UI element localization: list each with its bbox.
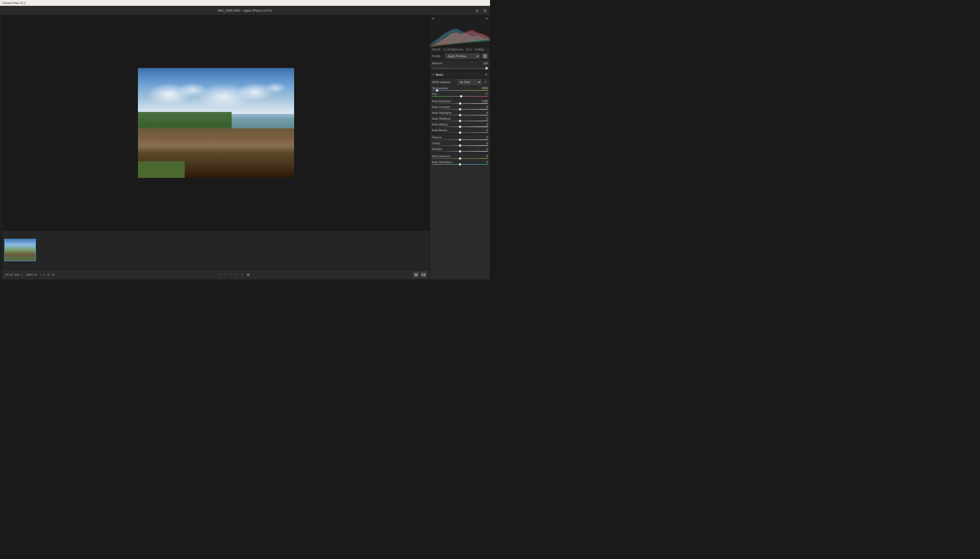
texture-slider[interactable] xyxy=(432,139,488,140)
star-1-button[interactable]: ☆ xyxy=(217,271,221,278)
camera-info: ISO 64 2.2-9.0@6.9 mm f/1.8 1/6400s xyxy=(430,47,490,52)
auto-whites-row: Auto Whites 0 xyxy=(430,122,490,128)
photo-grass xyxy=(138,161,185,178)
histogram-left-arrow[interactable]: ◀ xyxy=(431,17,435,20)
profile-select[interactable]: Apple ProRaw Adobe Color Adobe Landscape xyxy=(445,53,480,59)
temperature-slider[interactable] xyxy=(432,90,488,91)
amount-slider[interactable] xyxy=(432,68,488,69)
auto-blacks-row: Auto Blacks 0 xyxy=(430,128,490,134)
svg-rect-1 xyxy=(415,273,418,276)
photo-container xyxy=(138,68,294,178)
profile-row: Profile Apple ProRaw Adobe Color Adobe L… xyxy=(430,52,490,60)
title-bar: Camera Raw 15.2 xyxy=(0,0,490,6)
svg-point-8 xyxy=(484,82,485,83)
auto-vibrance-slider[interactable] xyxy=(432,158,488,159)
wb-eyedropper-button[interactable] xyxy=(483,80,488,84)
header: IMG_0386.DNG - Apple iPhone 14 Pro xyxy=(0,6,490,15)
star-4-button[interactable]: ☆ xyxy=(234,271,239,278)
svg-rect-6 xyxy=(483,56,485,58)
shutter-value: 1/6400s xyxy=(475,48,484,51)
basic-section-header[interactable]: ▼ Basic 👁 xyxy=(430,71,490,78)
star-2-button[interactable]: ☆ xyxy=(223,271,227,278)
dehaze-row: Dehaze 0 xyxy=(430,147,490,152)
wb-select[interactable]: As Shot Auto Daylight Cloudy Shade Tungs… xyxy=(458,79,481,85)
fstop-value: f/1.8 xyxy=(466,48,471,51)
profile-grid-button[interactable] xyxy=(482,53,488,59)
photo-clouds xyxy=(138,73,294,115)
file-title: IMG_0386.DNG - Apple iPhone 14 Pro xyxy=(218,9,272,12)
wb-label: White balance xyxy=(432,81,456,84)
toolbar-left: Fit (47.3%) | 100% 50% 25% Fit Fill ▾ ≡ … xyxy=(5,273,55,276)
upload-button[interactable] xyxy=(474,8,480,13)
auto-contrast-row: Auto Contrast 0 xyxy=(430,104,490,110)
canvas-area xyxy=(2,15,430,230)
auto-whites-slider[interactable] xyxy=(432,127,488,127)
zoom-separator: | xyxy=(22,273,23,276)
filmstrip xyxy=(2,230,430,270)
metadata-button[interactable]: ≡ xyxy=(43,273,45,276)
star-3-button[interactable]: ☆ xyxy=(228,271,233,278)
app-title: Camera Raw 15.2 xyxy=(2,1,26,5)
auto-saturation-slider[interactable] xyxy=(432,164,488,165)
auto-saturation-row: Auto Saturation 0 xyxy=(430,160,490,165)
toolbar-right xyxy=(413,272,426,278)
center-area: Fit (47.3%) | 100% 50% 25% Fit Fill ▾ ≡ … xyxy=(2,15,430,280)
single-view-button[interactable] xyxy=(413,272,419,278)
auto-contrast-slider[interactable] xyxy=(432,109,488,109)
temperature-row: Temperature 5350 xyxy=(430,86,490,92)
histogram-right-arrow[interactable]: ▶ xyxy=(485,17,489,20)
profile-label: Profile xyxy=(432,55,443,58)
delete-button[interactable]: 🗑 xyxy=(246,272,251,277)
auto-highlights-row: Auto Highlights 0 xyxy=(430,110,490,116)
fit-zoom-label: Fit (47.3%) xyxy=(5,273,20,276)
split-view-button[interactable] xyxy=(421,272,426,278)
svg-rect-5 xyxy=(485,55,487,56)
auto-blacks-slider[interactable] xyxy=(432,132,488,133)
filter-button[interactable]: ⊟ xyxy=(52,273,55,276)
zoom-select[interactable]: 100% 50% 25% Fit Fill xyxy=(25,273,38,276)
dehaze-slider[interactable] xyxy=(432,151,488,152)
star-5-button[interactable]: ☆ xyxy=(240,271,245,278)
sort-button[interactable]: ⇅ xyxy=(47,273,50,276)
svg-rect-4 xyxy=(483,55,485,56)
clarity-slider[interactable] xyxy=(432,145,488,146)
settings-button[interactable] xyxy=(482,8,488,13)
clarity-row: Clarity 0 xyxy=(430,141,490,147)
right-panel: ◀ ▶ ISO 64 2.2-9.0@6.9 mm f/1.8 1/6400s xyxy=(430,15,490,280)
iso-value: ISO 64 xyxy=(432,48,440,51)
basic-chevron-icon: ▼ xyxy=(432,73,435,76)
histogram-arrows: ◀ ▶ xyxy=(430,17,490,20)
svg-point-0 xyxy=(484,10,486,11)
auto-shadows-row: Auto Shadows 0 xyxy=(430,116,490,122)
amount-row: Amount 100 xyxy=(430,60,490,69)
zoom-dropdown-arrow: ▾ xyxy=(40,273,41,276)
basic-visibility-icon[interactable]: 👁 xyxy=(485,73,488,76)
basic-section-title: Basic xyxy=(436,73,484,76)
photo-view xyxy=(138,68,294,178)
svg-rect-7 xyxy=(485,56,487,58)
divider-4 xyxy=(430,153,490,153)
auto-vibrance-row: Auto Vibrance 0 xyxy=(430,154,490,160)
bottom-toolbar: Fit (47.3%) | 100% 50% 25% Fit Fill ▾ ≡ … xyxy=(2,270,430,280)
auto-highlights-slider[interactable] xyxy=(432,115,488,116)
aperture-value: 2.2-9.0@6.9 mm xyxy=(443,48,463,51)
amount-value: 100 xyxy=(479,62,488,65)
amount-label: Amount xyxy=(432,62,442,65)
auto-shadows-slider[interactable] xyxy=(432,121,488,121)
filmstrip-item[interactable] xyxy=(4,239,36,261)
divider-2 xyxy=(430,98,490,98)
white-balance-row: White balance As Shot Auto Daylight Clou… xyxy=(430,78,490,86)
histogram-chart xyxy=(430,15,490,47)
texture-row: Texture 0 xyxy=(430,135,490,141)
svg-rect-2 xyxy=(422,273,423,276)
svg-rect-3 xyxy=(424,273,425,276)
tint-row: Tint +7 xyxy=(430,92,490,98)
left-panel xyxy=(0,15,2,280)
amount-header: Amount 100 xyxy=(432,62,488,65)
tint-slider[interactable] xyxy=(432,96,488,97)
auto-exposure-row: Auto Exposure 0.00 xyxy=(430,99,490,104)
main-layout: Fit (47.3%) | 100% 50% 25% Fit Fill ▾ ≡ … xyxy=(0,15,490,280)
toolbar-center: ☆ ☆ ☆ ☆ ☆ 🗑 xyxy=(217,271,251,278)
histogram: ◀ ▶ xyxy=(430,15,490,47)
auto-exposure-slider[interactable] xyxy=(432,103,488,104)
